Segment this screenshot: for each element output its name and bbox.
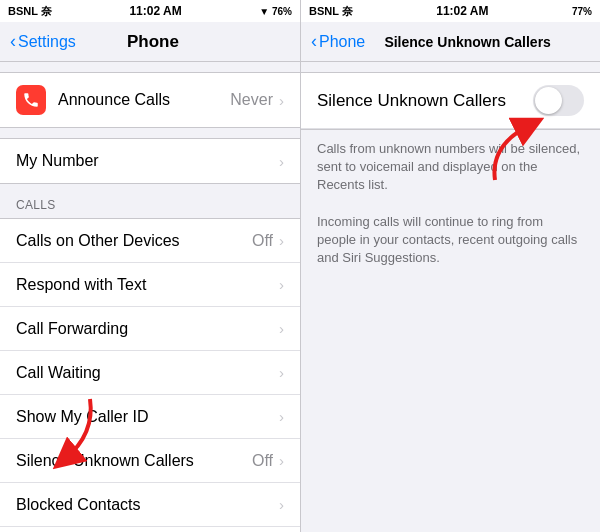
left-time: 11:02 AM	[129, 4, 181, 18]
respond-text-chevron-icon: ›	[279, 276, 284, 293]
silence-toggle-row[interactable]: Silence Unknown Callers	[301, 73, 600, 129]
blocked-contacts-chevron-icon: ›	[279, 496, 284, 513]
right-nav-title: Silence Unknown Callers	[365, 34, 570, 50]
left-battery: ▼ 76%	[259, 6, 292, 17]
my-number-group: My Number ›	[0, 138, 300, 184]
silence-toggle-group: Silence Unknown Callers	[301, 72, 600, 130]
right-back-button[interactable]: ‹ Phone	[311, 32, 365, 52]
call-waiting-label: Call Waiting	[16, 364, 279, 382]
toggle-knob	[535, 87, 562, 114]
announce-calls-label: Announce Calls	[58, 91, 230, 109]
my-number-row[interactable]: My Number ›	[0, 139, 300, 183]
call-forwarding-label: Call Forwarding	[16, 320, 279, 338]
show-caller-id-label: Show My Caller ID	[16, 408, 279, 426]
announce-calls-value: Never	[230, 91, 273, 109]
silence-unknown-callers-value: Off	[252, 452, 273, 470]
announce-calls-group: Announce Calls Never ›	[0, 72, 300, 128]
right-time: 11:02 AM	[436, 4, 488, 18]
right-nav-bar: ‹ Phone Silence Unknown Callers	[301, 22, 600, 62]
show-caller-id-row[interactable]: Show My Caller ID ›	[0, 395, 300, 439]
calls-list-group: Calls on Other Devices Off › Respond wit…	[0, 218, 300, 532]
left-status-bar: BSNL 奈 11:02 AM ▼ 76%	[0, 0, 300, 22]
silence-unknown-callers-chevron-icon: ›	[279, 452, 284, 469]
right-back-chevron-icon: ‹	[311, 31, 317, 52]
phone-icon	[16, 85, 46, 115]
right-status-bar: BSNL 奈 11:02 AM 77%	[301, 0, 600, 22]
call-waiting-chevron-icon: ›	[279, 364, 284, 381]
calls-other-devices-row[interactable]: Calls on Other Devices Off ›	[0, 219, 300, 263]
calls-other-devices-label: Calls on Other Devices	[16, 232, 252, 250]
call-forwarding-row[interactable]: Call Forwarding ›	[0, 307, 300, 351]
announce-calls-chevron-icon: ›	[279, 92, 284, 109]
respond-text-label: Respond with Text	[16, 276, 279, 294]
silence-unknown-callers-row[interactable]: Silence Unknown Callers Off ›	[0, 439, 300, 483]
silence-toggle-label: Silence Unknown Callers	[317, 91, 533, 111]
right-panel: BSNL 奈 11:02 AM 77% ‹ Phone Silence Unkn…	[300, 0, 600, 532]
right-battery: 77%	[572, 6, 592, 17]
blocked-contacts-row[interactable]: Blocked Contacts ›	[0, 483, 300, 527]
right-back-label: Phone	[319, 33, 365, 51]
call-waiting-row[interactable]: Call Waiting ›	[0, 351, 300, 395]
call-forwarding-chevron-icon: ›	[279, 320, 284, 337]
silence-description: Calls from unknown numbers will be silen…	[301, 130, 600, 283]
my-number-label: My Number	[16, 152, 279, 170]
calls-other-devices-chevron-icon: ›	[279, 232, 284, 249]
silence-unknown-callers-label: Silence Unknown Callers	[16, 452, 252, 470]
show-caller-id-chevron-icon: ›	[279, 408, 284, 425]
left-carrier: BSNL 奈	[8, 4, 52, 19]
respond-text-row[interactable]: Respond with Text ›	[0, 263, 300, 307]
left-nav-title: Phone	[76, 32, 230, 52]
silence-toggle-switch[interactable]	[533, 85, 584, 116]
back-chevron-icon: ‹	[10, 31, 16, 52]
left-nav-bar: ‹ Settings Phone	[0, 22, 300, 62]
left-back-button[interactable]: ‹ Settings	[10, 32, 76, 52]
back-label: Settings	[18, 33, 76, 51]
sms-call-reporting-row[interactable]: SMS/Call Reporting ›	[0, 527, 300, 532]
silence-settings-group: Silence Unknown Callers Calls from unkno…	[301, 72, 600, 283]
my-number-chevron-icon: ›	[279, 153, 284, 170]
calls-section-header: CALLS	[0, 184, 300, 218]
announce-calls-row[interactable]: Announce Calls Never ›	[0, 73, 300, 127]
calls-other-devices-value: Off	[252, 232, 273, 250]
blocked-contacts-label: Blocked Contacts	[16, 496, 279, 514]
right-carrier: BSNL 奈	[309, 4, 353, 19]
